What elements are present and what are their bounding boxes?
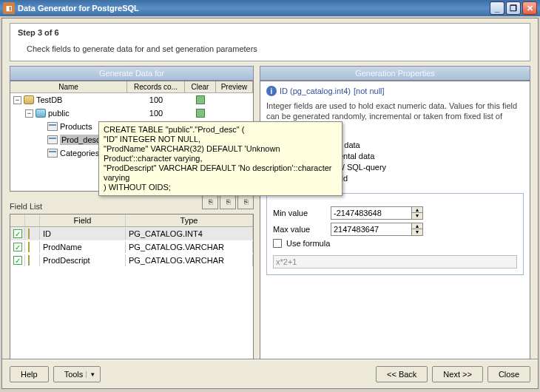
ddl-tooltip: CREATE TABLE "public"."Prod_desc" ( "ID"… <box>98 121 342 196</box>
table-icon <box>47 149 58 158</box>
tree-node-db[interactable]: −TestDB 100 <box>10 93 253 107</box>
include-checkbox[interactable]: ✓ <box>13 256 22 265</box>
field-grid[interactable]: Field Type ✓ ID PG_CATALOG.INT4 ✓ ProdNa… <box>10 214 254 359</box>
parameters-group: Parameters Min value ▲▼ Max value ▲▼ <box>266 189 524 275</box>
spin-up-icon[interactable]: ▲ <box>412 207 422 213</box>
field-row-prodname[interactable]: ✓ ProdName PG_CATALOG.VARCHAR <box>10 240 253 254</box>
field-icon <box>28 242 30 252</box>
col-field[interactable]: Field <box>40 214 126 226</box>
col-preview[interactable]: Preview <box>216 81 253 92</box>
bottom-bar: Help Tools▼ << Back Next >> Close <box>2 359 538 388</box>
chevron-down-icon: ▼ <box>86 371 95 378</box>
use-formula-checkbox[interactable] <box>273 239 282 248</box>
min-value-label: Min value <box>273 209 326 217</box>
minimize-button[interactable]: _ <box>490 1 504 15</box>
field-row-proddescript[interactable]: ✓ ProdDescript PG_CATALOG.VARCHAR <box>10 254 253 267</box>
max-value-input[interactable] <box>331 223 412 236</box>
field-row-id[interactable]: ✓ ID PG_CATALOG.INT4 <box>10 227 253 240</box>
include-checkbox[interactable]: ✓ <box>13 243 22 251</box>
step-label: Step 3 of 6 <box>18 28 522 37</box>
expander-icon[interactable]: − <box>25 109 33 118</box>
field-list-label: Field List <box>10 200 42 212</box>
spin-down-icon[interactable]: ▼ <box>412 213 422 219</box>
use-formula-row[interactable]: Use formula <box>273 239 517 248</box>
max-value-label: Max value <box>273 225 326 234</box>
clear-checkbox[interactable] <box>196 109 205 118</box>
spin-down-icon[interactable]: ▼ <box>412 229 422 235</box>
field-id-label: ID (pg_catalog.int4) <box>280 87 351 95</box>
field-action-2[interactable]: ⎘ <box>220 195 236 209</box>
clear-checkbox[interactable] <box>196 95 205 104</box>
right-panel-header: Generation Properties <box>260 66 530 81</box>
table-icon <box>47 122 58 131</box>
col-name[interactable]: Name <box>10 81 127 92</box>
table-icon <box>47 135 58 144</box>
tools-button[interactable]: Tools▼ <box>53 366 101 382</box>
field-action-3[interactable]: ⎘ <box>237 195 254 209</box>
include-checkbox[interactable]: ✓ <box>13 229 22 238</box>
wizard-panel: Step 3 of 6 Check fields to generate dat… <box>1 18 539 389</box>
tree-columns: Name Records co... Clear Preview <box>10 81 253 93</box>
field-icon <box>28 229 30 239</box>
titlebar: ◧ Data Generator for PostgreSQL _ ❐ ✕ <box>0 0 540 16</box>
database-icon <box>24 95 34 104</box>
tree-node-schema[interactable]: −public 100 <box>10 107 253 120</box>
schema-icon <box>36 109 46 118</box>
step-header: Step 3 of 6 Check fields to generate dat… <box>10 23 530 61</box>
back-button[interactable]: << Back <box>376 366 428 382</box>
close-button[interactable]: Close <box>487 366 530 382</box>
min-value-input[interactable] <box>331 206 412 220</box>
field-icon <box>28 255 30 266</box>
spin-up-icon[interactable]: ▲ <box>412 223 422 229</box>
help-button[interactable]: Help <box>10 366 49 382</box>
left-panel-header: Generate Data for <box>10 66 254 81</box>
field-action-1[interactable]: ⎘ <box>202 195 218 209</box>
formula-input <box>273 255 517 268</box>
info-icon: i <box>266 86 277 96</box>
step-instruction: Check fields to generate data for and se… <box>27 44 522 53</box>
notnull-label: [not null] <box>354 87 385 95</box>
col-type[interactable]: Type <box>126 214 253 226</box>
col-clear[interactable]: Clear <box>185 81 216 92</box>
expander-icon[interactable]: − <box>13 96 21 104</box>
maximize-button[interactable]: ❐ <box>506 1 521 15</box>
window-title: Data Generator for PostgreSQL <box>18 4 139 13</box>
close-window-button[interactable]: ✕ <box>522 1 537 15</box>
col-records[interactable]: Records co... <box>127 81 185 92</box>
next-button[interactable]: Next >> <box>432 366 483 382</box>
app-icon: ◧ <box>3 2 15 14</box>
